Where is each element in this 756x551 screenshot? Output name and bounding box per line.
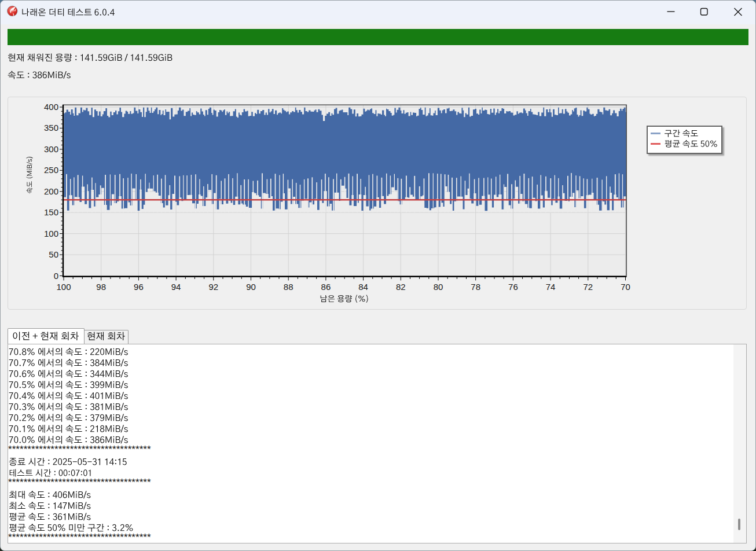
svg-text:150: 150 (44, 207, 58, 217)
svg-text:82: 82 (396, 282, 406, 292)
svg-text:200: 200 (44, 186, 58, 196)
svg-text:94: 94 (171, 282, 181, 292)
svg-text:80: 80 (434, 282, 443, 292)
svg-text:84: 84 (358, 282, 368, 292)
svg-text:96: 96 (134, 282, 144, 292)
svg-text:86: 86 (321, 282, 331, 292)
svg-text:******************************: ************************************* (8, 477, 151, 488)
svg-text:400: 400 (44, 102, 58, 112)
svg-text:100: 100 (56, 282, 71, 292)
svg-text:100: 100 (44, 229, 58, 238)
svg-text:******************************: ************************************* (8, 444, 151, 455)
svg-text:250: 250 (44, 165, 58, 175)
svg-text:50: 50 (49, 249, 58, 259)
svg-text:98: 98 (96, 282, 106, 292)
svg-text:******************************: ************************************* (8, 532, 151, 543)
svg-text:0: 0 (54, 271, 58, 281)
svg-text:70: 70 (621, 282, 630, 292)
svg-text:76: 76 (508, 282, 518, 292)
svg-text:350: 350 (44, 123, 58, 133)
svg-text:300: 300 (44, 144, 58, 154)
svg-text:92: 92 (208, 282, 218, 292)
svg-text:88: 88 (284, 282, 293, 292)
svg-text:74: 74 (546, 282, 556, 292)
svg-text:78: 78 (471, 282, 480, 292)
svg-text:90: 90 (246, 282, 256, 292)
svg-text:72: 72 (583, 282, 593, 292)
